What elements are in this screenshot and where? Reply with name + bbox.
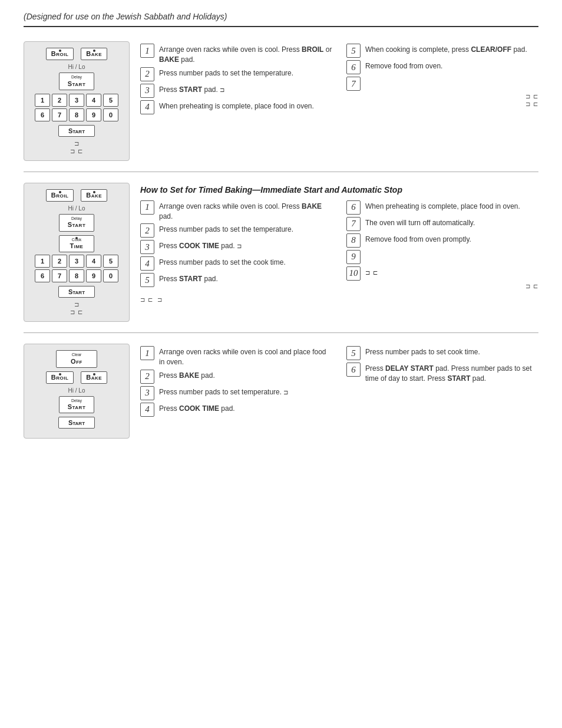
cook-time-button[interactable]: Cook Time	[59, 235, 94, 253]
step-3-4: 4 Press COOK TIME pad.	[140, 403, 332, 417]
section2-note: ⊐ ⊏ ⊐	[140, 295, 538, 304]
clear-off-button[interactable]: Clear Off	[56, 350, 97, 368]
panel2-note1: ⊐	[29, 301, 124, 308]
step-2-4: 4 Press number pads to set the cook time…	[140, 256, 332, 271]
hi-lo-label: Hi / Lo	[29, 64, 124, 70]
panel1-note1: ⊐	[29, 140, 124, 147]
bake-button-3[interactable]: Bake	[81, 371, 107, 384]
start-button-1[interactable]: Start	[58, 125, 95, 137]
step-1-7: 7	[346, 77, 538, 91]
section3-steps: 1 Arrange oven racks while oven is cool …	[140, 344, 538, 439]
key-7[interactable]: 7	[52, 108, 67, 121]
key-2[interactable]: 2	[52, 94, 67, 107]
key-8-2[interactable]: 8	[69, 269, 84, 282]
hi-lo-label-2: Hi / Lo	[29, 205, 124, 212]
section1-steps: 1 Arrange oven racks while oven is cool.…	[140, 41, 538, 161]
step-2-2: 2 Press number pads to set the temperatu…	[140, 223, 332, 238]
step-3-6: 6 Press DELAY START pad. Press number pa…	[346, 363, 538, 384]
key-1[interactable]: 1	[35, 94, 50, 107]
step-2-10: 10 ⊐ ⊏	[346, 266, 538, 281]
control-panel-3: Clear Off Broil Bake Hi / Lo Delay Start	[24, 344, 130, 439]
bake-button[interactable]: Bake	[81, 48, 107, 60]
step-2-3: 3 Press COOK TIME pad. ⊐	[140, 240, 332, 254]
step-2-7: 7 The oven will turn off automatically.	[346, 217, 538, 231]
step-2-5: 5 Press START pad.	[140, 273, 332, 287]
delay-start-button[interactable]: Delay Start	[59, 73, 94, 90]
key-9-2[interactable]: 9	[86, 269, 101, 282]
section1: Broil Bake Hi / Lo Delay Start 1 2 3 4 5	[24, 41, 538, 172]
bake-button-2[interactable]: Bake	[81, 189, 107, 202]
broil-button-2[interactable]: Broil	[46, 189, 74, 202]
panel1-note2: ⊐ ⊏	[29, 148, 124, 154]
section2: Broil Bake Hi / Lo Delay Start Cook Time	[24, 183, 538, 333]
step-2-6: 6 When preheating is complete, place foo…	[346, 200, 538, 215]
key-9[interactable]: 9	[86, 108, 101, 121]
step-1-2: 2 Press number pads to set the temperatu…	[140, 67, 332, 81]
section2-title: How to Set for Timed Baking—Immediate St…	[140, 185, 538, 195]
key-5-2[interactable]: 5	[103, 255, 118, 268]
key-3-2[interactable]: 3	[69, 255, 84, 268]
start-button-3[interactable]: Start	[58, 417, 95, 429]
step-1-4: 4 When preheating is complete, place foo…	[140, 100, 332, 114]
step-1-1: 1 Arrange oven racks while oven is cool.…	[140, 44, 332, 65]
key-7-2[interactable]: 7	[52, 269, 67, 282]
panel2-note2: ⊐ ⊏	[29, 309, 124, 315]
control-panel-2: Broil Bake Hi / Lo Delay Start Cook Time	[24, 183, 130, 322]
key-5[interactable]: 5	[103, 94, 118, 107]
delay-start-button-3[interactable]: Delay Start	[59, 396, 94, 414]
step-2-1: 1 Arrange oven racks while oven is cool.…	[140, 200, 332, 222]
step-3-5: 5 Press number pads to set cook time.	[346, 346, 538, 360]
step-3-3: 3 Press number pads to set temperature. …	[140, 386, 332, 400]
control-panel-1: Broil Bake Hi / Lo Delay Start 1 2 3 4 5	[24, 41, 130, 161]
key-2-2[interactable]: 2	[52, 255, 67, 268]
page-subtitle: (Designed for use on the Jewish Sabbath …	[24, 12, 538, 27]
section1-note-arrows: ⊐ ⊏	[346, 93, 538, 100]
key-4-2[interactable]: 4	[86, 255, 101, 268]
step-2-9: 9	[346, 250, 538, 264]
step-3-1: 1 Arrange oven racks while oven is cool …	[140, 346, 332, 367]
step-1-6: 6 Remove food from oven.	[346, 60, 538, 74]
section2-note-arrows: ⊐ ⊏	[346, 283, 538, 289]
key-6[interactable]: 6	[35, 108, 50, 121]
key-0[interactable]: 0	[103, 108, 118, 121]
delay-start-button-2[interactable]: Delay Start	[59, 214, 94, 232]
broil-button[interactable]: Broil	[46, 48, 74, 60]
step-2-8: 8 Remove food from oven promptly.	[346, 233, 538, 248]
key-6-2[interactable]: 6	[35, 269, 50, 282]
hi-lo-label-3: Hi / Lo	[29, 387, 124, 394]
section1-note-arrows2: ⊐ ⊏	[346, 101, 538, 107]
step-3-2: 2 Press BAKE pad.	[140, 370, 332, 384]
section3: Clear Off Broil Bake Hi / Lo Delay Start	[24, 344, 538, 449]
key-8[interactable]: 8	[69, 108, 84, 121]
broil-button-3[interactable]: Broil	[46, 371, 74, 384]
key-4[interactable]: 4	[86, 94, 101, 107]
start-button-2[interactable]: Start	[58, 286, 95, 298]
key-0-2[interactable]: 0	[103, 269, 118, 282]
step-1-3: 3 Press START pad. ⊐	[140, 84, 332, 98]
key-1-2[interactable]: 1	[35, 255, 50, 268]
section2-steps: How to Set for Timed Baking—Immediate St…	[140, 183, 538, 322]
step-1-5: 5 When cooking is complete, press CLEAR/…	[346, 44, 538, 58]
key-3[interactable]: 3	[69, 94, 84, 107]
